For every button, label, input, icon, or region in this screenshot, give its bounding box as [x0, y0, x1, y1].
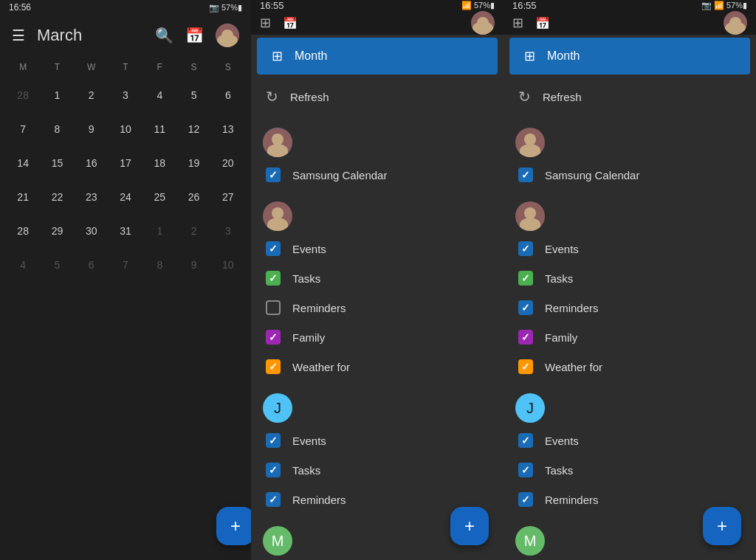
calendar-day[interactable]: 27	[211, 180, 245, 214]
j-tasks-item-r[interactable]: ✓ Tasks	[504, 455, 756, 485]
hamburger-icon[interactable]: ☰	[12, 27, 25, 44]
j-reminders-checkbox-r[interactable]: ✓	[518, 492, 533, 507]
samsung-logo	[263, 128, 292, 157]
j-tasks-label: Tasks	[292, 464, 320, 477]
add-event-fab[interactable]: +	[216, 507, 255, 545]
weather-checkbox-r[interactable]: ✓	[518, 359, 533, 374]
calendar-day[interactable]: 22	[40, 180, 74, 214]
samsung-checkbox-r[interactable]: ✓	[518, 167, 533, 182]
calendar-icon[interactable]: 📅	[185, 27, 204, 44]
calendar-day[interactable]: 5	[40, 248, 74, 282]
calendar-header-icon-r[interactable]: 📅	[535, 16, 550, 30]
avatar[interactable]	[216, 24, 239, 47]
samsung-calendar-item-r[interactable]: ✓ Samsung Calendar	[504, 160, 756, 190]
calendar-day[interactable]: 10	[109, 112, 142, 146]
header-avatar-right[interactable]	[724, 11, 747, 35]
family-checkbox[interactable]: ✓	[266, 330, 281, 345]
reminders-item-r[interactable]: ✓ Reminders	[504, 293, 756, 322]
header-avatar-middle[interactable]	[471, 11, 495, 35]
plus-icon-right: +	[717, 516, 727, 536]
calendar-day[interactable]: 28	[6, 214, 40, 248]
calendar-day[interactable]: 11	[142, 112, 176, 146]
events-checkbox[interactable]: ✓	[266, 241, 281, 256]
j-tasks-checkbox-r[interactable]: ✓	[518, 463, 533, 477]
reminders-checkbox[interactable]	[266, 300, 281, 315]
events-item-r[interactable]: ✓ Events	[504, 234, 756, 263]
calendar-day[interactable]: 12	[176, 112, 210, 146]
calendar-day[interactable]: 2	[75, 78, 109, 112]
calendar-day[interactable]: 16	[75, 146, 109, 180]
calendar-day[interactable]: 3	[211, 214, 245, 248]
grid-view-icon[interactable]: ⊞	[260, 15, 271, 31]
calendar-day[interactable]: 6	[211, 78, 245, 112]
j-events-item[interactable]: ✓ Events	[251, 426, 504, 455]
j-events-item-r[interactable]: ✓ Events	[504, 426, 756, 455]
reminders-item[interactable]: Reminders	[251, 293, 504, 322]
j-events-checkbox[interactable]: ✓	[266, 433, 281, 448]
calendar-day[interactable]: 7	[6, 112, 40, 146]
month-option-right[interactable]: ⊞ Month	[509, 38, 750, 75]
reminders-checkbox-r[interactable]: ✓	[518, 300, 533, 315]
calendar-day[interactable]: 6	[75, 248, 109, 282]
calendar-day[interactable]: 8	[142, 248, 176, 282]
weather-item-r[interactable]: ✓ Weather for	[504, 352, 756, 381]
tasks-item-r[interactable]: ✓ Tasks	[504, 263, 756, 293]
calendar-day[interactable]: 15	[40, 146, 74, 180]
calendar-day[interactable]: 2	[176, 214, 210, 248]
calendar-day[interactable]: 1	[142, 214, 176, 248]
calendar-day[interactable]: 26	[176, 180, 210, 214]
calendar-day[interactable]: 1	[40, 78, 74, 112]
calendar-day[interactable]: 25	[142, 180, 176, 214]
calendar-day[interactable]: 13	[211, 112, 245, 146]
samsung-checkbox[interactable]: ✓	[266, 167, 281, 182]
j-tasks-checkbox[interactable]: ✓	[266, 463, 281, 477]
tasks-item[interactable]: ✓ Tasks	[251, 263, 504, 293]
weather-checkbox[interactable]: ✓	[266, 359, 281, 374]
weather-item[interactable]: ✓ Weather for	[251, 352, 504, 381]
calendar-day[interactable]: 31	[109, 214, 142, 248]
calendar-day[interactable]: 9	[176, 248, 210, 282]
calendar-day[interactable]: 19	[176, 146, 210, 180]
j-tasks-item[interactable]: ✓ Tasks	[251, 455, 504, 485]
calendar-day[interactable]: 17	[109, 146, 142, 180]
dropdown-panel-middle: 16:55 📶 57%▮ ⊞ 📅 ⊞ Month ↻ Refresh ✓ Sam…	[251, 0, 504, 560]
calendar-day[interactable]: 4	[6, 248, 40, 282]
family-label-r: Family	[545, 331, 577, 344]
samsung-calendar-item[interactable]: ✓ Samsung Calendar	[251, 160, 504, 190]
calendar-day[interactable]: 5	[176, 78, 210, 112]
calendar-day[interactable]: 30	[75, 214, 109, 248]
family-item-r[interactable]: ✓ Family	[504, 322, 756, 352]
calendar-day[interactable]: 20	[211, 146, 245, 180]
calendar-header-icon[interactable]: 📅	[283, 16, 298, 30]
j-events-checkbox-r[interactable]: ✓	[518, 433, 533, 448]
calendar-day[interactable]: 29	[40, 214, 74, 248]
month-option[interactable]: ⊞ Month	[257, 38, 498, 75]
calendar-day[interactable]: 9	[75, 112, 109, 146]
calendar-day[interactable]: 21	[6, 180, 40, 214]
add-event-fab-middle[interactable]: +	[450, 507, 489, 545]
family-checkbox-r[interactable]: ✓	[518, 330, 533, 345]
events-item[interactable]: ✓ Events	[251, 234, 504, 263]
grid-view-icon-r[interactable]: ⊞	[512, 15, 523, 31]
add-event-fab-right[interactable]: +	[703, 507, 741, 545]
search-icon[interactable]: 🔍	[155, 27, 173, 44]
calendar-day[interactable]: 10	[211, 248, 245, 282]
calendar-day[interactable]: 28	[6, 78, 40, 112]
calendar-day[interactable]: 7	[109, 248, 142, 282]
refresh-menu-item-right[interactable]: ↻ Refresh	[504, 77, 756, 116]
tasks-label: Tasks	[292, 272, 320, 285]
calendar-day[interactable]: 4	[142, 78, 176, 112]
calendar-day[interactable]: 8	[40, 112, 74, 146]
refresh-menu-item[interactable]: ↻ Refresh	[251, 77, 504, 116]
calendar-day[interactable]: 18	[142, 146, 176, 180]
calendar-day[interactable]: 23	[75, 180, 109, 214]
calendar-day[interactable]: 14	[6, 146, 40, 180]
calendar-day[interactable]: 3	[109, 78, 142, 112]
samsung-calendar-label: Samsung Calendar	[292, 169, 387, 182]
family-item[interactable]: ✓ Family	[251, 322, 504, 352]
tasks-checkbox-r[interactable]: ✓	[518, 271, 533, 286]
tasks-checkbox[interactable]: ✓	[266, 271, 281, 286]
calendar-day[interactable]: 24	[109, 180, 142, 214]
j-reminders-checkbox[interactable]: ✓	[266, 492, 281, 507]
events-checkbox-r[interactable]: ✓	[518, 241, 533, 256]
